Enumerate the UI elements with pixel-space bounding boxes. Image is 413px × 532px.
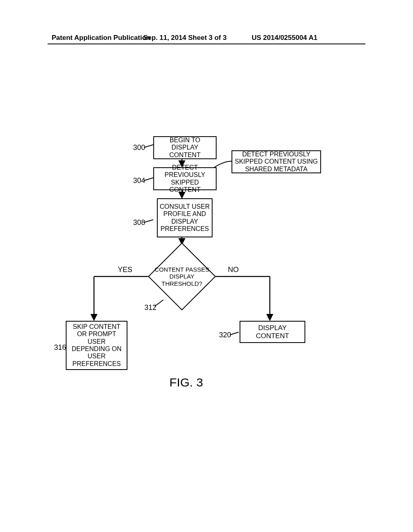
flow-decision-threshold-text: CONTENT PASSES DISPLAY THRESHOLD? xyxy=(150,244,214,309)
flow-box-display: DISPLAY CONTENT xyxy=(240,321,305,343)
ref-312: 312 xyxy=(144,303,156,312)
flow-box-begin: BEGIN TO DISPLAY CONTENT xyxy=(153,136,217,159)
ref-300: 300 xyxy=(133,143,145,152)
ref-308: 308 xyxy=(133,218,145,227)
flow-box-consult-text: CONSULT USER PROFILE AND DISPLAY PREFERE… xyxy=(159,203,210,233)
side-note-text: DETECT PREVIOUSLY SKIPPED CONTENT USING … xyxy=(234,151,319,173)
flow-box-display-text: DISPLAY CONTENT xyxy=(242,324,303,340)
branch-no: NO xyxy=(228,266,239,274)
flow-box-detect-text: DETECT PREVIOUSLY SKIPPED CONTENT xyxy=(156,164,214,194)
side-note: DETECT PREVIOUSLY SKIPPED CONTENT USING … xyxy=(232,150,321,173)
flow-decision-threshold: CONTENT PASSES DISPLAY THRESHOLD? xyxy=(150,244,214,309)
ref-304: 304 xyxy=(133,177,145,185)
figure-caption: FIG. 3 xyxy=(169,376,203,389)
flow-box-begin-text: BEGIN TO DISPLAY CONTENT xyxy=(156,137,214,159)
page: Patent Application Publication Sep. 11, … xyxy=(0,0,413,532)
flow-box-consult: CONSULT USER PROFILE AND DISPLAY PREFERE… xyxy=(157,198,213,237)
flow-box-detect: DETECT PREVIOUSLY SKIPPED CONTENT xyxy=(153,167,217,190)
flow-box-skip-or-prompt: SKIP CONTENT OR PROMPT USER DEPENDING ON… xyxy=(66,321,127,370)
flow-box-skip-or-prompt-text: SKIP CONTENT OR PROMPT USER DEPENDING ON… xyxy=(68,323,125,368)
ref-320: 320 xyxy=(219,331,231,339)
ref-316: 316 xyxy=(54,343,66,352)
branch-yes: YES xyxy=(118,266,132,274)
